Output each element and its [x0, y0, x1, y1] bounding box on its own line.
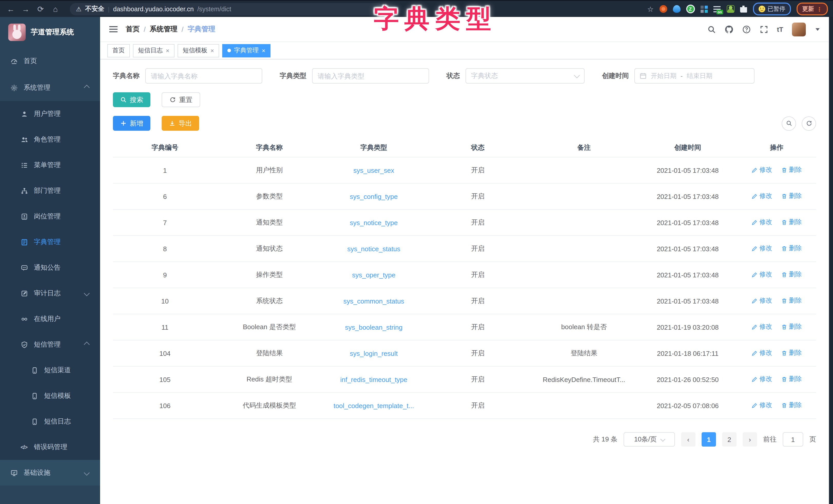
sidebar-item-audit-log[interactable]: 审计日志	[0, 280, 100, 306]
github-icon[interactable]	[724, 25, 733, 33]
cell-dict-type-link[interactable]: sys_common_status	[322, 288, 426, 314]
delete-link[interactable]: 删除	[781, 271, 802, 279]
prev-page-button[interactable]: ‹	[681, 432, 695, 447]
page-size-select[interactable]: 10条/页	[624, 432, 675, 447]
add-button[interactable]: 新增	[113, 116, 150, 131]
table-row[interactable]: 8 通知状态 sys_notice_status 开启 2021-01-05 1…	[113, 235, 816, 262]
sidebar-item-users[interactable]: 用户管理	[0, 101, 100, 127]
table-row[interactable]: 9 操作类型 sys_oper_type 开启 2021-01-05 17:03…	[113, 262, 816, 288]
app-logo-row[interactable]: 芋道管理系统	[0, 17, 100, 48]
sidebar-item-posts[interactable]: 岗位管理	[0, 204, 100, 229]
extension-icon[interactable]	[700, 5, 708, 12]
scrollbar[interactable]	[829, 17, 833, 504]
reset-button[interactable]: 重置	[162, 92, 200, 107]
status-select[interactable]: 字典状态	[466, 68, 585, 83]
delete-link[interactable]: 删除	[781, 297, 802, 305]
dict-type-input[interactable]	[312, 68, 429, 83]
tab-home[interactable]: 首页	[107, 44, 130, 57]
tab-sms-log[interactable]: 短信日志 ×	[133, 44, 174, 57]
reload-icon[interactable]: ⟳	[37, 4, 45, 14]
edit-link[interactable]: 修改	[752, 192, 772, 201]
sidebar-item-online-users[interactable]: 在线用户	[0, 306, 100, 332]
search-button[interactable]: 搜索	[113, 92, 150, 107]
delete-link[interactable]: 删除	[781, 244, 802, 253]
sidebar-item-system[interactable]: 系统管理	[0, 74, 100, 101]
page-button-1[interactable]: 1	[701, 432, 716, 447]
export-button[interactable]: 导出	[162, 116, 199, 131]
browser-menu-icon[interactable]: ⋮	[816, 6, 822, 11]
table-row[interactable]: 104 登陆结果 sys_login_result 开启 登陆结果 2021-0…	[113, 340, 816, 366]
extensions-puzzle-icon[interactable]	[740, 5, 747, 12]
sidebar-item-menus[interactable]: 菜单管理	[0, 152, 100, 178]
table-row[interactable]: 6 参数类型 sys_config_type 开启 2021-01-05 17:…	[113, 183, 816, 209]
fullscreen-icon[interactable]	[759, 25, 768, 33]
edit-link[interactable]: 修改	[752, 401, 772, 410]
delete-link[interactable]: 删除	[781, 218, 802, 227]
sidebar-item-departments[interactable]: 部门管理	[0, 178, 100, 204]
update-button[interactable]: 更新 ⋮	[796, 3, 828, 16]
sidebar-item-sms-channel[interactable]: 短信渠道	[0, 357, 100, 383]
sidebar-item-sms[interactable]: 短信管理	[0, 332, 100, 357]
extension-icon[interactable]	[659, 5, 667, 13]
cell-dict-type-link[interactable]: sys_notice_status	[322, 235, 426, 262]
collapse-sidebar-icon[interactable]	[109, 26, 118, 32]
table-row[interactable]: 1 用户性别 sys_user_sex 开启 2021-01-05 17:03:…	[113, 157, 816, 183]
tab-sms-template[interactable]: 短信模板 ×	[177, 44, 219, 57]
cell-dict-type-link[interactable]: sys_oper_type	[322, 262, 426, 288]
dict-name-input[interactable]	[145, 68, 262, 83]
cell-dict-type-link[interactable]: sys_login_result	[322, 340, 426, 366]
table-row[interactable]: 106 代码生成模板类型 tool_codegen_template_t... …	[113, 393, 816, 419]
home-icon[interactable]: ⌂	[51, 5, 60, 13]
sidebar-item-home[interactable]: 首页	[0, 48, 100, 74]
close-icon[interactable]: ×	[166, 47, 169, 54]
cell-dict-type-link[interactable]: sys_notice_type	[322, 209, 426, 235]
delete-link[interactable]: 删除	[781, 401, 802, 410]
edit-link[interactable]: 修改	[752, 375, 772, 384]
font-size-icon[interactable]: tT	[777, 25, 783, 33]
table-row[interactable]: 11 Boolean 是否类型 sys_boolean_string 开启 bo…	[113, 314, 816, 340]
forward-icon[interactable]: →	[22, 5, 30, 13]
delete-link[interactable]: 删除	[781, 375, 802, 384]
avatar[interactable]	[792, 22, 806, 36]
search-icon[interactable]	[707, 25, 716, 33]
bookmark-star-icon[interactable]: ☆	[647, 5, 653, 13]
breadcrumb-home[interactable]: 首页	[126, 25, 140, 34]
breadcrumb-system[interactable]: 系统管理	[150, 25, 177, 34]
extension-icon[interactable]	[673, 5, 680, 13]
edit-link[interactable]: 修改	[752, 244, 772, 253]
sidebar-item-sms-template[interactable]: 短信模板	[0, 383, 100, 409]
page-button-2[interactable]: 2	[722, 432, 737, 447]
sidebar-item-sms-log[interactable]: 短信日志	[0, 409, 100, 434]
cell-dict-type-link[interactable]: sys_boolean_string	[322, 314, 426, 340]
edit-link[interactable]: 修改	[752, 349, 772, 358]
delete-link[interactable]: 删除	[781, 192, 802, 201]
table-row[interactable]: 10 系统状态 sys_common_status 开启 2021-01-05 …	[113, 288, 816, 314]
close-icon[interactable]: ×	[210, 47, 214, 54]
paused-badge[interactable]: 已暂停	[753, 3, 791, 16]
sidebar-item-infrastructure[interactable]: 基础设施	[0, 460, 100, 485]
edit-link[interactable]: 修改	[752, 323, 772, 331]
cell-dict-type-link[interactable]: sys_user_sex	[322, 157, 426, 183]
extension-icon[interactable]	[727, 5, 734, 13]
edit-link[interactable]: 修改	[752, 297, 772, 305]
cell-dict-type-link[interactable]: sys_config_type	[322, 183, 426, 209]
cell-dict-type-link[interactable]: tool_codegen_template_t...	[322, 393, 426, 419]
tab-dict-active[interactable]: 字典管理 ×	[222, 44, 270, 57]
sidebar-item-dict[interactable]: 字典管理	[0, 229, 100, 255]
edit-link[interactable]: 修改	[752, 218, 772, 227]
delete-link[interactable]: 删除	[781, 323, 802, 331]
toggle-search-button[interactable]	[782, 116, 796, 130]
refresh-list-button[interactable]	[802, 116, 816, 130]
edit-link[interactable]: 修改	[752, 271, 772, 279]
goto-page-input[interactable]	[783, 432, 803, 447]
sidebar-item-roles[interactable]: 角色管理	[0, 127, 100, 152]
back-icon[interactable]: ←	[7, 5, 15, 13]
date-range-picker[interactable]: 开始日期 - 结束日期	[634, 68, 755, 83]
delete-link[interactable]: 删除	[781, 349, 802, 358]
extension-icon[interactable]: Z	[686, 5, 695, 13]
table-row[interactable]: 105 Redis 超时类型 inf_redis_timeout_type 开启…	[113, 366, 816, 393]
sidebar-item-notices[interactable]: 通知公告	[0, 255, 100, 280]
address-bar[interactable]: ⚠ 不安全 | dashboard.yudao.iocoder.cn/syste…	[70, 3, 384, 15]
next-page-button[interactable]: ›	[743, 432, 757, 447]
extension-icon[interactable]: on	[713, 6, 721, 12]
